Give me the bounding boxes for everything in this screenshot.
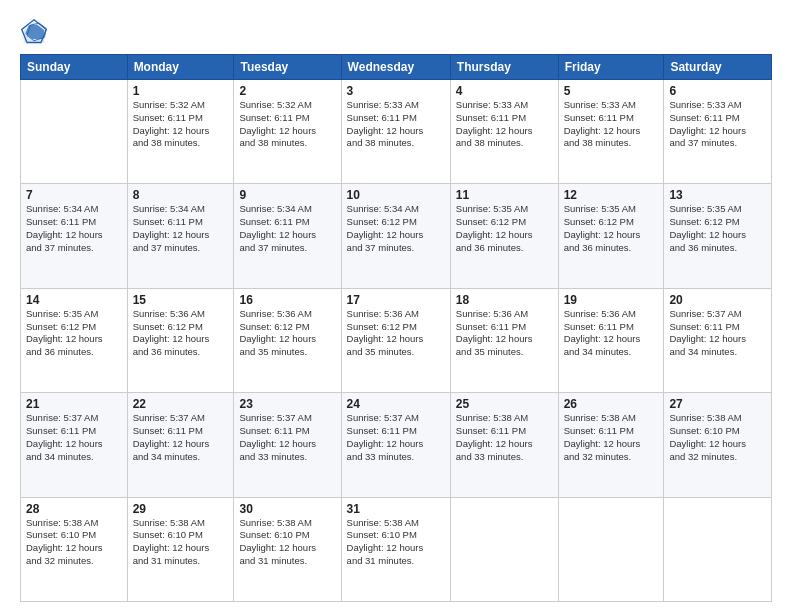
day-info: Sunrise: 5:38 AM Sunset: 6:10 PM Dayligh…: [347, 517, 445, 568]
day-info: Sunrise: 5:33 AM Sunset: 6:11 PM Dayligh…: [564, 99, 659, 150]
calendar-cell: 31Sunrise: 5:38 AM Sunset: 6:10 PM Dayli…: [341, 497, 450, 601]
day-number: 12: [564, 188, 659, 202]
calendar-cell: 2Sunrise: 5:32 AM Sunset: 6:11 PM Daylig…: [234, 80, 341, 184]
day-info: Sunrise: 5:34 AM Sunset: 6:11 PM Dayligh…: [239, 203, 335, 254]
calendar-cell: 3Sunrise: 5:33 AM Sunset: 6:11 PM Daylig…: [341, 80, 450, 184]
calendar-cell: [558, 497, 664, 601]
day-info: Sunrise: 5:34 AM Sunset: 6:11 PM Dayligh…: [133, 203, 229, 254]
calendar-cell: 15Sunrise: 5:36 AM Sunset: 6:12 PM Dayli…: [127, 288, 234, 392]
calendar-cell: 25Sunrise: 5:38 AM Sunset: 6:11 PM Dayli…: [450, 393, 558, 497]
day-number: 10: [347, 188, 445, 202]
day-number: 19: [564, 293, 659, 307]
day-info: Sunrise: 5:38 AM Sunset: 6:10 PM Dayligh…: [26, 517, 122, 568]
calendar-cell: 10Sunrise: 5:34 AM Sunset: 6:12 PM Dayli…: [341, 184, 450, 288]
logo: [20, 18, 52, 46]
day-info: Sunrise: 5:38 AM Sunset: 6:11 PM Dayligh…: [456, 412, 553, 463]
day-info: Sunrise: 5:35 AM Sunset: 6:12 PM Dayligh…: [456, 203, 553, 254]
day-number: 20: [669, 293, 766, 307]
calendar-cell: 21Sunrise: 5:37 AM Sunset: 6:11 PM Dayli…: [21, 393, 128, 497]
day-number: 15: [133, 293, 229, 307]
calendar-cell: [664, 497, 772, 601]
day-number: 28: [26, 502, 122, 516]
day-info: Sunrise: 5:38 AM Sunset: 6:10 PM Dayligh…: [239, 517, 335, 568]
calendar: SundayMondayTuesdayWednesdayThursdayFrid…: [20, 54, 772, 602]
day-info: Sunrise: 5:36 AM Sunset: 6:11 PM Dayligh…: [456, 308, 553, 359]
calendar-week-1: 1Sunrise: 5:32 AM Sunset: 6:11 PM Daylig…: [21, 80, 772, 184]
calendar-cell: 1Sunrise: 5:32 AM Sunset: 6:11 PM Daylig…: [127, 80, 234, 184]
day-number: 30: [239, 502, 335, 516]
calendar-cell: 23Sunrise: 5:37 AM Sunset: 6:11 PM Dayli…: [234, 393, 341, 497]
day-info: Sunrise: 5:33 AM Sunset: 6:11 PM Dayligh…: [347, 99, 445, 150]
day-of-week-thursday: Thursday: [450, 55, 558, 80]
day-info: Sunrise: 5:33 AM Sunset: 6:11 PM Dayligh…: [456, 99, 553, 150]
day-number: 11: [456, 188, 553, 202]
day-info: Sunrise: 5:32 AM Sunset: 6:11 PM Dayligh…: [133, 99, 229, 150]
day-number: 21: [26, 397, 122, 411]
calendar-cell: 28Sunrise: 5:38 AM Sunset: 6:10 PM Dayli…: [21, 497, 128, 601]
calendar-cell: 12Sunrise: 5:35 AM Sunset: 6:12 PM Dayli…: [558, 184, 664, 288]
page: SundayMondayTuesdayWednesdayThursdayFrid…: [0, 0, 792, 612]
calendar-cell: 30Sunrise: 5:38 AM Sunset: 6:10 PM Dayli…: [234, 497, 341, 601]
day-info: Sunrise: 5:38 AM Sunset: 6:11 PM Dayligh…: [564, 412, 659, 463]
day-of-week-wednesday: Wednesday: [341, 55, 450, 80]
day-info: Sunrise: 5:36 AM Sunset: 6:12 PM Dayligh…: [239, 308, 335, 359]
day-number: 13: [669, 188, 766, 202]
calendar-header-row: SundayMondayTuesdayWednesdayThursdayFrid…: [21, 55, 772, 80]
day-info: Sunrise: 5:36 AM Sunset: 6:11 PM Dayligh…: [564, 308, 659, 359]
day-info: Sunrise: 5:36 AM Sunset: 6:12 PM Dayligh…: [133, 308, 229, 359]
day-info: Sunrise: 5:37 AM Sunset: 6:11 PM Dayligh…: [133, 412, 229, 463]
day-info: Sunrise: 5:38 AM Sunset: 6:10 PM Dayligh…: [669, 412, 766, 463]
day-info: Sunrise: 5:32 AM Sunset: 6:11 PM Dayligh…: [239, 99, 335, 150]
header: [20, 18, 772, 46]
calendar-cell: 26Sunrise: 5:38 AM Sunset: 6:11 PM Dayli…: [558, 393, 664, 497]
calendar-cell: 11Sunrise: 5:35 AM Sunset: 6:12 PM Dayli…: [450, 184, 558, 288]
calendar-cell: 24Sunrise: 5:37 AM Sunset: 6:11 PM Dayli…: [341, 393, 450, 497]
day-number: 24: [347, 397, 445, 411]
calendar-cell: [450, 497, 558, 601]
day-number: 5: [564, 84, 659, 98]
day-number: 17: [347, 293, 445, 307]
day-number: 29: [133, 502, 229, 516]
day-number: 3: [347, 84, 445, 98]
day-info: Sunrise: 5:35 AM Sunset: 6:12 PM Dayligh…: [564, 203, 659, 254]
day-info: Sunrise: 5:34 AM Sunset: 6:11 PM Dayligh…: [26, 203, 122, 254]
day-number: 27: [669, 397, 766, 411]
day-info: Sunrise: 5:33 AM Sunset: 6:11 PM Dayligh…: [669, 99, 766, 150]
calendar-week-5: 28Sunrise: 5:38 AM Sunset: 6:10 PM Dayli…: [21, 497, 772, 601]
day-of-week-monday: Monday: [127, 55, 234, 80]
day-info: Sunrise: 5:37 AM Sunset: 6:11 PM Dayligh…: [347, 412, 445, 463]
calendar-cell: 7Sunrise: 5:34 AM Sunset: 6:11 PM Daylig…: [21, 184, 128, 288]
calendar-cell: 8Sunrise: 5:34 AM Sunset: 6:11 PM Daylig…: [127, 184, 234, 288]
day-info: Sunrise: 5:38 AM Sunset: 6:10 PM Dayligh…: [133, 517, 229, 568]
day-of-week-friday: Friday: [558, 55, 664, 80]
calendar-cell: 5Sunrise: 5:33 AM Sunset: 6:11 PM Daylig…: [558, 80, 664, 184]
day-of-week-saturday: Saturday: [664, 55, 772, 80]
day-number: 26: [564, 397, 659, 411]
day-number: 2: [239, 84, 335, 98]
day-info: Sunrise: 5:35 AM Sunset: 6:12 PM Dayligh…: [26, 308, 122, 359]
calendar-week-3: 14Sunrise: 5:35 AM Sunset: 6:12 PM Dayli…: [21, 288, 772, 392]
day-number: 7: [26, 188, 122, 202]
day-info: Sunrise: 5:37 AM Sunset: 6:11 PM Dayligh…: [239, 412, 335, 463]
day-number: 31: [347, 502, 445, 516]
day-number: 14: [26, 293, 122, 307]
day-of-week-tuesday: Tuesday: [234, 55, 341, 80]
day-number: 9: [239, 188, 335, 202]
calendar-cell: 4Sunrise: 5:33 AM Sunset: 6:11 PM Daylig…: [450, 80, 558, 184]
day-info: Sunrise: 5:36 AM Sunset: 6:12 PM Dayligh…: [347, 308, 445, 359]
calendar-cell: 17Sunrise: 5:36 AM Sunset: 6:12 PM Dayli…: [341, 288, 450, 392]
calendar-cell: 19Sunrise: 5:36 AM Sunset: 6:11 PM Dayli…: [558, 288, 664, 392]
calendar-cell: 16Sunrise: 5:36 AM Sunset: 6:12 PM Dayli…: [234, 288, 341, 392]
calendar-cell: 27Sunrise: 5:38 AM Sunset: 6:10 PM Dayli…: [664, 393, 772, 497]
day-number: 18: [456, 293, 553, 307]
day-info: Sunrise: 5:35 AM Sunset: 6:12 PM Dayligh…: [669, 203, 766, 254]
calendar-week-2: 7Sunrise: 5:34 AM Sunset: 6:11 PM Daylig…: [21, 184, 772, 288]
calendar-cell: [21, 80, 128, 184]
day-number: 16: [239, 293, 335, 307]
day-of-week-sunday: Sunday: [21, 55, 128, 80]
day-info: Sunrise: 5:34 AM Sunset: 6:12 PM Dayligh…: [347, 203, 445, 254]
calendar-cell: 9Sunrise: 5:34 AM Sunset: 6:11 PM Daylig…: [234, 184, 341, 288]
logo-icon: [20, 18, 48, 46]
calendar-cell: 18Sunrise: 5:36 AM Sunset: 6:11 PM Dayli…: [450, 288, 558, 392]
day-number: 6: [669, 84, 766, 98]
